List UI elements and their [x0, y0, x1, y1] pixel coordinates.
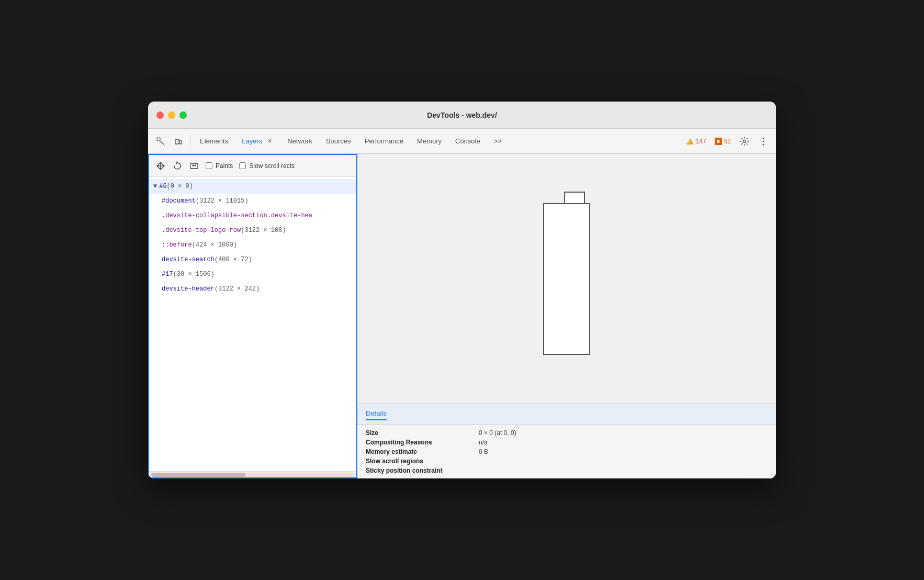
close-button[interactable]	[156, 111, 164, 119]
detail-key-compositing: Compositing Reasons	[366, 439, 470, 446]
page-preview	[543, 203, 590, 355]
detail-key-slow-scroll: Slow scroll regions	[366, 458, 470, 465]
tab-elements[interactable]: Elements	[194, 133, 234, 150]
layer-item[interactable]: .devsite-collapsible-section.devsite-hea	[149, 208, 356, 223]
warning-count: 147	[696, 138, 706, 145]
layer-item[interactable]: #17 (30 × 1506)	[149, 267, 356, 282]
rotate-icon[interactable]	[170, 159, 185, 173]
paints-checkbox-label[interactable]: Paints	[204, 162, 235, 170]
layers-panel: Paints Slow scroll rects ▼ #6 (0 × 0) #d…	[148, 154, 357, 478]
detail-value-memory: 0 B	[479, 448, 768, 455]
main-content: Paints Slow scroll rects ▼ #6 (0 × 0) #d…	[148, 154, 776, 478]
detail-value-size: 0 × 0 (at 0, 0)	[479, 429, 768, 437]
inspector-icon[interactable]	[152, 133, 169, 150]
main-toolbar: Elements Layers ✕ Network Sources Perfor…	[148, 129, 776, 154]
error-badge[interactable]: ■ 52	[712, 137, 734, 146]
tab-sources[interactable]: Sources	[320, 133, 357, 150]
canvas-area[interactable]	[357, 154, 776, 404]
details-table: Size 0 × 0 (at 0, 0) Compositing Reasons…	[357, 425, 776, 478]
reset-icon[interactable]	[187, 159, 201, 173]
device-toggle-icon[interactable]	[170, 133, 187, 150]
tab-memory[interactable]: Memory	[411, 133, 448, 150]
svg-line-1	[160, 141, 164, 144]
error-icon: ■	[715, 138, 722, 145]
tab-console[interactable]: Console	[449, 133, 487, 150]
slow-scroll-rects-checkbox-label[interactable]: Slow scroll rects	[237, 162, 297, 170]
more-tabs-button[interactable]: >>	[488, 133, 508, 150]
expand-icon: ▼	[153, 183, 157, 190]
svg-rect-2	[175, 139, 179, 144]
svg-point-5	[763, 137, 764, 139]
svg-point-4	[743, 140, 746, 142]
toolbar-divider	[190, 135, 190, 148]
traffic-lights	[156, 111, 187, 119]
svg-point-7	[763, 143, 764, 145]
detail-key-size: Size	[366, 429, 470, 437]
maximize-button[interactable]	[179, 111, 187, 119]
svg-rect-3	[179, 140, 182, 144]
devtools-window: DevTools - web.dev/ Elements Layers ✕	[148, 102, 776, 478]
layer-item[interactable]: devsite-header (3122 × 242)	[149, 282, 356, 296]
detail-key-sticky: Sticky position constraint	[366, 467, 470, 474]
tab-network[interactable]: Network	[281, 133, 319, 150]
pan-tool-icon[interactable]	[153, 159, 168, 173]
svg-rect-8	[190, 163, 198, 169]
warning-badge[interactable]: 147	[683, 137, 709, 146]
layer-item[interactable]: devsite-search (400 × 72)	[149, 252, 356, 267]
layer-item[interactable]: ::before (424 × 1000)	[149, 238, 356, 252]
warning-icon	[686, 138, 694, 144]
minimize-button[interactable]	[168, 111, 175, 119]
details-panel: Details Size 0 × 0 (at 0, 0) Compositing…	[357, 404, 776, 478]
scrollbar-thumb[interactable]	[151, 473, 245, 477]
settings-icon[interactable]	[736, 133, 753, 150]
details-title: Details	[366, 409, 387, 420]
layers-toolbar: Paints Slow scroll rects	[149, 155, 356, 177]
layer-item[interactable]: .devsite-top-logo-row (3122 × 108)	[149, 223, 356, 238]
slow-scroll-rects-checkbox[interactable]	[239, 162, 246, 169]
error-count: 52	[724, 138, 731, 145]
layer-item[interactable]: ▼ #6 (0 × 0)	[149, 179, 356, 194]
page-tab	[564, 192, 585, 203]
detail-value-slow-scroll	[479, 458, 768, 465]
detail-value-compositing: n/a	[479, 439, 768, 446]
horizontal-scrollbar[interactable]	[149, 471, 356, 477]
layer-item[interactable]: #document (3122 × 11015)	[149, 194, 356, 208]
svg-point-6	[763, 140, 764, 142]
tab-close-icon[interactable]: ✕	[265, 137, 274, 146]
details-header: Details	[357, 404, 776, 425]
title-bar: DevTools - web.dev/	[148, 102, 776, 129]
right-panel: Details Size 0 × 0 (at 0, 0) Compositing…	[357, 154, 776, 478]
more-options-icon[interactable]	[755, 133, 772, 150]
paints-checkbox[interactable]	[206, 162, 212, 169]
scrollbar-track	[151, 473, 354, 477]
toolbar-right: 147 ■ 52	[683, 133, 772, 150]
layers-list: ▼ #6 (0 × 0) #document (3122 × 11015) .d…	[149, 177, 356, 471]
window-title: DevTools - web.dev/	[427, 111, 497, 119]
page-visual	[543, 203, 590, 355]
detail-key-memory: Memory estimate	[366, 448, 470, 455]
tab-layers[interactable]: Layers ✕	[235, 133, 280, 150]
svg-rect-0	[157, 138, 160, 141]
tab-performance[interactable]: Performance	[358, 133, 410, 150]
detail-value-sticky	[479, 467, 768, 474]
